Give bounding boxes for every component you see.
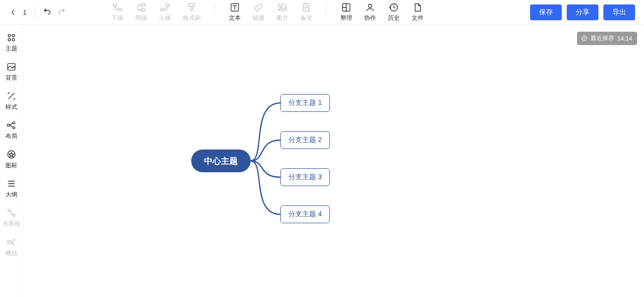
divider: [35, 6, 35, 19]
primary-actions: 保存 分享 导出: [530, 4, 637, 20]
check-circle-icon: [581, 35, 588, 42]
left-sidebar: 主题 背景 样式 布局 图标 大纲 关系线 概括: [0, 25, 23, 297]
last-saved-prefix: 最近保存: [590, 34, 614, 43]
branch-node[interactable]: 分支主题 3: [280, 168, 330, 186]
svg-point-24: [12, 214, 14, 216]
undo-icon: [43, 7, 51, 15]
branch-node[interactable]: 分支主题 2: [280, 131, 330, 149]
sidebar-item-icons[interactable]: 图标: [0, 149, 22, 170]
svg-point-16: [8, 39, 10, 41]
layout-icon: [6, 120, 16, 130]
tool-image[interactable]: 图片: [270, 2, 294, 22]
redo-icon: [58, 7, 66, 15]
svg-rect-5: [161, 8, 164, 10]
svg-rect-6: [189, 3, 195, 6]
tool-link[interactable]: 链接: [247, 2, 270, 22]
tool-note[interactable]: 备注: [294, 2, 318, 22]
svg-point-26: [582, 36, 587, 41]
sidebar-item-theme[interactable]: 主题: [0, 33, 22, 53]
tool-parent[interactable]: 上级: [153, 2, 177, 22]
svg-point-12: [368, 4, 372, 7]
parent-icon: [160, 2, 170, 12]
sidebar-item-summary[interactable]: 概括: [0, 237, 22, 257]
sidebar-item-layout[interactable]: 布局: [0, 120, 22, 141]
magic-icon: [6, 91, 16, 101]
sidebar-item-style[interactable]: 样式: [0, 91, 22, 111]
canvas[interactable]: 最近保存 14:14 中心主题 分支主题 1 分支主题 2 分支主题 3 分支主…: [23, 25, 644, 297]
format-brush-icon: [187, 2, 197, 12]
divider: [326, 2, 326, 15]
share-button[interactable]: 分享: [567, 4, 598, 20]
background-icon: [6, 62, 16, 72]
svg-rect-0: [113, 4, 116, 6]
mindmap: 中心主题 分支主题 1 分支主题 2 分支主题 3 分支主题 4: [161, 84, 409, 252]
star-circle-icon: [6, 149, 16, 159]
svg-point-19: [7, 124, 9, 127]
save-button[interactable]: 保存: [530, 4, 562, 20]
branch-node[interactable]: 分支主题 1: [280, 94, 330, 112]
export-button[interactable]: 导出: [603, 4, 635, 20]
tool-sibling[interactable]: 同级: [129, 2, 153, 22]
note-icon: [301, 2, 311, 12]
svg-rect-1: [118, 8, 121, 10]
svg-point-17: [12, 39, 14, 41]
last-saved-time: 14:14: [617, 35, 632, 42]
image-icon: [277, 2, 287, 12]
svg-point-20: [12, 122, 14, 124]
svg-point-9: [280, 5, 282, 7]
sibling-icon: [136, 2, 146, 12]
link-icon: [254, 2, 264, 12]
history-icon: [389, 2, 399, 12]
sidebar-item-background[interactable]: 背景: [0, 62, 22, 82]
arrange-icon: [341, 2, 351, 12]
back-button[interactable]: [7, 9, 20, 16]
tool-arrange[interactable]: 整理: [334, 2, 358, 22]
svg-point-21: [12, 127, 14, 129]
last-saved-badge: 最近保存 14:14: [577, 32, 637, 45]
chevron-left-icon: [10, 9, 17, 16]
tool-child[interactable]: 下级: [106, 2, 129, 22]
tool-text[interactable]: 文本: [223, 2, 247, 22]
text-icon: [230, 2, 240, 12]
tool-history[interactable]: 历史: [382, 2, 406, 22]
top-toolbar: 1 下级 同级 上级 格式刷 文本 链接: [0, 0, 644, 25]
list-icon: [6, 179, 16, 189]
divider: [215, 2, 215, 15]
tool-collab[interactable]: 协作: [358, 2, 382, 22]
redo-button[interactable]: [58, 7, 66, 17]
grid-icon: [6, 33, 16, 43]
collab-icon: [365, 2, 375, 12]
tool-file[interactable]: 文件: [406, 2, 429, 22]
sidebar-item-relation[interactable]: 关系线: [0, 208, 22, 228]
summary-icon: [6, 237, 16, 247]
relation-icon: [6, 208, 16, 218]
file-icon: [413, 2, 423, 12]
undo-button[interactable]: [43, 7, 51, 17]
svg-rect-25: [7, 241, 11, 244]
page-number: 1: [23, 8, 27, 16]
sidebar-item-outline[interactable]: 大纲: [0, 179, 22, 199]
svg-rect-4: [165, 4, 169, 6]
toolbar-group: 下级 同级 上级 格式刷 文本 链接 图片 备注: [106, 2, 429, 22]
svg-point-15: [12, 34, 14, 37]
svg-rect-3: [142, 8, 145, 11]
tool-format-brush[interactable]: 格式刷: [177, 2, 207, 22]
svg-point-23: [7, 209, 9, 211]
child-icon: [112, 2, 122, 12]
branch-node[interactable]: 分支主题 4: [280, 205, 330, 223]
svg-point-14: [8, 34, 10, 37]
svg-rect-2: [142, 3, 145, 6]
center-node[interactable]: 中心主题: [191, 149, 251, 172]
